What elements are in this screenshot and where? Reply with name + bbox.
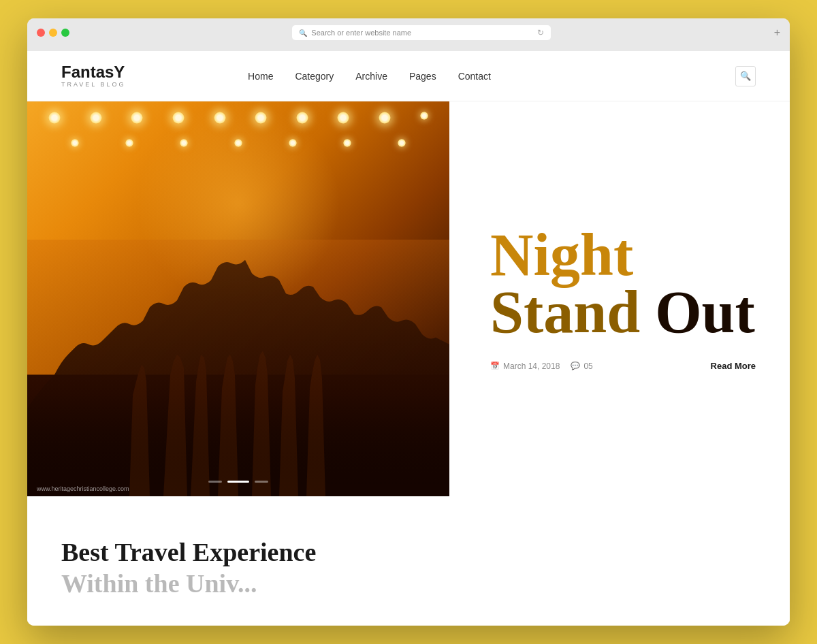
nav-category[interactable]: Category — [295, 71, 334, 82]
stage-lights-row2 — [27, 139, 449, 147]
site-header: FantasY TRAVEL BLOG Home Category Archiv… — [27, 51, 790, 101]
slide-dot-3[interactable] — [255, 481, 268, 483]
hero-title: Night Stand Out — [490, 227, 756, 340]
hero-title-line1: Night — [490, 227, 756, 284]
crowd-svg — [27, 240, 449, 496]
light-dot — [131, 112, 143, 124]
light-dot-small — [125, 139, 133, 147]
search-icon: 🔍 — [299, 29, 307, 37]
light-dot-small — [420, 112, 428, 120]
light-dot — [214, 112, 226, 124]
light-dot — [255, 112, 267, 124]
hero-title-out: Out — [655, 279, 755, 345]
traffic-lights — [37, 29, 69, 37]
nav-pages[interactable]: Pages — [409, 71, 436, 82]
close-button[interactable] — [37, 29, 45, 37]
light-dot — [296, 112, 308, 124]
light-dot-small — [234, 139, 242, 147]
hero-title-line2: Stand Out — [490, 279, 755, 345]
light-dot-small — [398, 139, 406, 147]
light-dot-small — [180, 139, 188, 147]
hero-meta: 📅 March 14, 2018 💬 05 Read More — [490, 361, 756, 371]
light-dot — [90, 112, 102, 124]
header-search: 🔍 — [735, 66, 756, 86]
below-hero-subtitle: Within the Univ... — [61, 568, 756, 598]
slide-indicators — [208, 481, 268, 483]
watermark: www.heritagechristiancollege.com — [37, 485, 129, 492]
svg-rect-1 — [27, 240, 449, 496]
hero-image: www.heritagechristiancollege.com — [27, 101, 449, 496]
search-icon: 🔍 — [740, 71, 751, 81]
hero-comments: 💬 05 — [571, 361, 592, 371]
hero-section: www.heritagechristiancollege.com Night S… — [27, 101, 790, 496]
read-more-link[interactable]: Read More — [711, 361, 756, 371]
slide-dot-2-active[interactable] — [227, 481, 249, 483]
minimize-button[interactable] — [49, 29, 57, 37]
light-dot-small — [343, 139, 351, 147]
address-bar-text: Search or enter website name — [311, 29, 411, 37]
hero-text-side: Night Stand Out 📅 March 14, 2018 💬 05 — [449, 227, 790, 371]
below-hero-section: Best Travel Experience Within the Univ..… — [27, 496, 790, 626]
calendar-icon: 📅 — [490, 361, 500, 370]
hero-date: 📅 March 14, 2018 — [490, 361, 560, 371]
light-dot — [172, 112, 185, 124]
logo-tagline: TRAVEL BLOG — [61, 82, 126, 88]
browser-window: 🔍 Search or enter website name ↻ + Fanta… — [27, 18, 790, 626]
site-nav: Home Category Archive Pages Contact — [248, 71, 491, 82]
light-dot — [337, 112, 349, 124]
hero-title-stand: Stand — [490, 279, 640, 345]
light-dot-small — [289, 139, 297, 147]
hero-comments-count: 05 — [583, 361, 592, 371]
site-logo[interactable]: FantasY TRAVEL BLOG — [61, 63, 126, 88]
address-bar[interactable]: 🔍 Search or enter website name ↻ — [292, 25, 551, 40]
hero-date-text: March 14, 2018 — [503, 361, 560, 371]
comment-icon: 💬 — [571, 361, 580, 370]
browser-chrome: 🔍 Search or enter website name ↻ + — [27, 18, 790, 51]
light-dot-small — [71, 139, 79, 147]
nav-archive[interactable]: Archive — [355, 71, 387, 82]
new-tab-button[interactable]: + — [774, 27, 780, 38]
search-button[interactable]: 🔍 — [735, 66, 756, 86]
nav-contact[interactable]: Contact — [458, 71, 491, 82]
logo-text: FantasY — [61, 63, 126, 81]
maximize-button[interactable] — [61, 29, 69, 37]
refresh-icon[interactable]: ↻ — [537, 28, 544, 37]
nav-home[interactable]: Home — [248, 71, 273, 82]
stage-lights — [27, 101, 449, 240]
light-dot — [48, 112, 61, 124]
website-content: FantasY TRAVEL BLOG Home Category Archiv… — [27, 51, 790, 626]
light-dot — [379, 112, 391, 124]
below-hero-title: Best Travel Experience — [61, 537, 756, 568]
slide-dot-1[interactable] — [208, 481, 222, 483]
